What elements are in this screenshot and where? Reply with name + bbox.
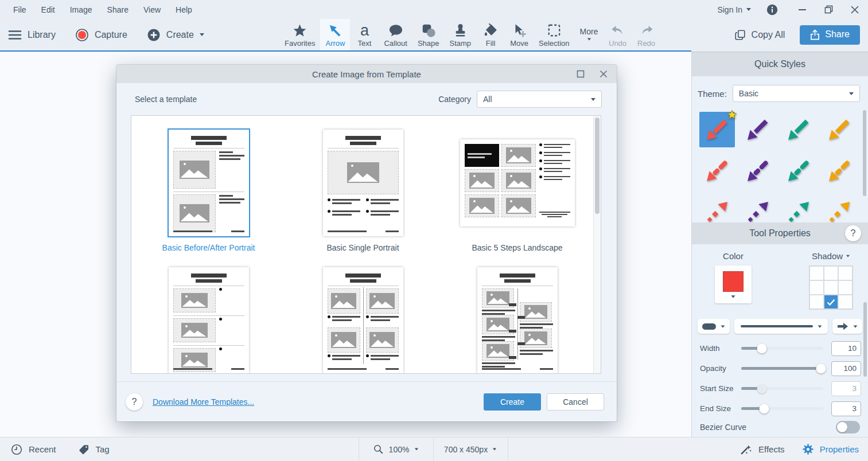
- scrollbar-thumb[interactable]: [595, 118, 600, 214]
- bezier-curve-toggle[interactable]: [836, 421, 860, 433]
- end-size-input[interactable]: [831, 401, 861, 416]
- tool-properties-scrollbar[interactable]: [863, 302, 867, 377]
- arrow-style-amber-dashed[interactable]: [819, 150, 860, 192]
- width-slider[interactable]: [741, 347, 823, 350]
- theme-dropdown[interactable]: Basic: [733, 85, 860, 102]
- arrow-style-teal-dashed[interactable]: [779, 150, 819, 192]
- template-list-scrollbar[interactable]: [593, 116, 601, 373]
- menu-edit[interactable]: Edit: [34, 5, 63, 14]
- arrow-tail-dropdown[interactable]: [698, 319, 730, 334]
- magic-wand-icon: [739, 443, 753, 456]
- tool-selection[interactable]: Selection: [534, 19, 574, 50]
- opacity-input[interactable]: [831, 361, 861, 376]
- shadow-cell[interactable]: [838, 295, 853, 309]
- undo-button[interactable]: Undo: [604, 19, 632, 50]
- slider-thumb[interactable]: [757, 343, 766, 353]
- category-dropdown[interactable]: All: [477, 91, 602, 108]
- sign-in-menu[interactable]: Sign In: [717, 5, 751, 14]
- tool-more[interactable]: More: [575, 19, 604, 50]
- template-card-5-steps-landscape[interactable]: Basic 5 Steps Landscape: [440, 130, 594, 252]
- restore-button[interactable]: [815, 0, 842, 19]
- create-template-button[interactable]: Create: [484, 393, 541, 411]
- template-card-before-after[interactable]: Basic Before/After Portrait: [131, 130, 286, 252]
- line-style-dropdown[interactable]: [734, 319, 828, 334]
- arrow-style-teal-dotted[interactable]: [779, 192, 819, 222]
- tool-favorites[interactable]: Favorites: [279, 19, 320, 50]
- recent-button[interactable]: Recent: [10, 443, 56, 456]
- text-icon: a: [360, 22, 369, 38]
- copy-icon: [734, 29, 746, 41]
- slider-thumb[interactable]: [760, 404, 769, 413]
- opacity-slider[interactable]: [741, 367, 823, 370]
- tool-properties-help-button[interactable]: ?: [845, 225, 861, 241]
- tool-arrow[interactable]: Arrow: [320, 19, 350, 50]
- shadow-cell[interactable]: [809, 280, 824, 295]
- shadow-cell[interactable]: [838, 266, 853, 280]
- shadow-cell-selected[interactable]: [824, 295, 838, 309]
- shadow-cell[interactable]: [838, 280, 853, 295]
- canvas-size-control[interactable]: 700 x 450px: [433, 437, 508, 461]
- share-button[interactable]: Share: [800, 25, 860, 45]
- arrow-style-purple-dashed[interactable]: [737, 150, 778, 192]
- tool-move[interactable]: Move: [505, 19, 534, 50]
- tool-stamp[interactable]: Stamp: [444, 19, 476, 50]
- slider-thumb: [757, 384, 766, 393]
- capture-button[interactable]: Capture: [75, 28, 127, 42]
- template-card-single-portrait[interactable]: Basic Single Portrait: [286, 130, 440, 252]
- info-icon[interactable]: [766, 3, 779, 16]
- arrow-style-amber-dotted[interactable]: [819, 192, 860, 222]
- dialog-title: Create Image from Template: [116, 69, 617, 79]
- tool-fill[interactable]: Fill: [476, 19, 505, 50]
- slider-thumb[interactable]: [816, 364, 826, 373]
- library-button[interactable]: Library: [8, 29, 56, 41]
- tool-text[interactable]: a Text: [350, 19, 379, 50]
- maximize-icon[interactable]: [577, 70, 585, 78]
- menu-image[interactable]: Image: [63, 5, 100, 14]
- properties-button[interactable]: Properties: [802, 443, 859, 455]
- redo-button[interactable]: Redo: [632, 19, 661, 50]
- dialog-close-icon[interactable]: [600, 70, 608, 78]
- end-size-slider[interactable]: [741, 407, 823, 410]
- effects-button[interactable]: Effects: [739, 443, 785, 456]
- arrow-style-amber-solid[interactable]: [819, 109, 860, 150]
- minimize-button[interactable]: [789, 0, 815, 19]
- color-picker[interactable]: [715, 265, 752, 303]
- create-button[interactable]: Create: [147, 28, 204, 42]
- hamburger-icon: [8, 29, 22, 41]
- arrow-style-purple-dotted[interactable]: [737, 192, 778, 222]
- quick-styles-scrollbar[interactable]: [863, 110, 866, 196]
- minimize-icon: [799, 9, 806, 10]
- tool-shape[interactable]: Shape: [412, 19, 445, 50]
- close-button[interactable]: [842, 0, 868, 19]
- shadow-cell[interactable]: [809, 266, 824, 280]
- shadow-cell[interactable]: [809, 295, 824, 309]
- menu-help[interactable]: Help: [168, 5, 200, 14]
- toolbar-nav: Library Capture Create: [8, 19, 204, 50]
- help-button[interactable]: ?: [126, 393, 143, 411]
- template-card-timeline-portrait[interactable]: [440, 267, 594, 374]
- arrow-style-red-dashed[interactable]: [696, 150, 737, 192]
- arrow-style-teal-solid[interactable]: [779, 109, 819, 150]
- download-more-templates-link[interactable]: Download More Templates...: [153, 397, 254, 407]
- cancel-button[interactable]: Cancel: [547, 393, 604, 411]
- template-card-3-steps-portrait[interactable]: [131, 267, 286, 374]
- dialog-titlebar[interactable]: Create Image from Template: [116, 65, 617, 83]
- menu-share[interactable]: Share: [100, 5, 136, 14]
- arrow-style-red-solid[interactable]: [696, 109, 737, 150]
- shadow-label-wrap[interactable]: Shadow: [812, 251, 850, 261]
- start-size-slider[interactable]: [741, 387, 823, 390]
- arrow-style-red-dotted[interactable]: [696, 192, 737, 222]
- arrow-style-purple-solid[interactable]: [737, 109, 778, 150]
- tag-button[interactable]: Tag: [78, 443, 110, 455]
- zoom-control[interactable]: 100%: [359, 437, 433, 461]
- copy-all-button[interactable]: Copy All: [734, 29, 785, 41]
- tool-callout[interactable]: Callout: [379, 19, 412, 50]
- capture-label: Capture: [95, 30, 127, 40]
- template-card-4-grid-portrait[interactable]: [286, 267, 440, 374]
- arrow-head-dropdown[interactable]: [832, 319, 862, 334]
- shadow-cell[interactable]: [824, 266, 838, 280]
- width-input[interactable]: [831, 341, 861, 356]
- menu-view[interactable]: View: [136, 5, 168, 14]
- menu-file[interactable]: File: [6, 5, 34, 14]
- shadow-cell[interactable]: [824, 280, 838, 295]
